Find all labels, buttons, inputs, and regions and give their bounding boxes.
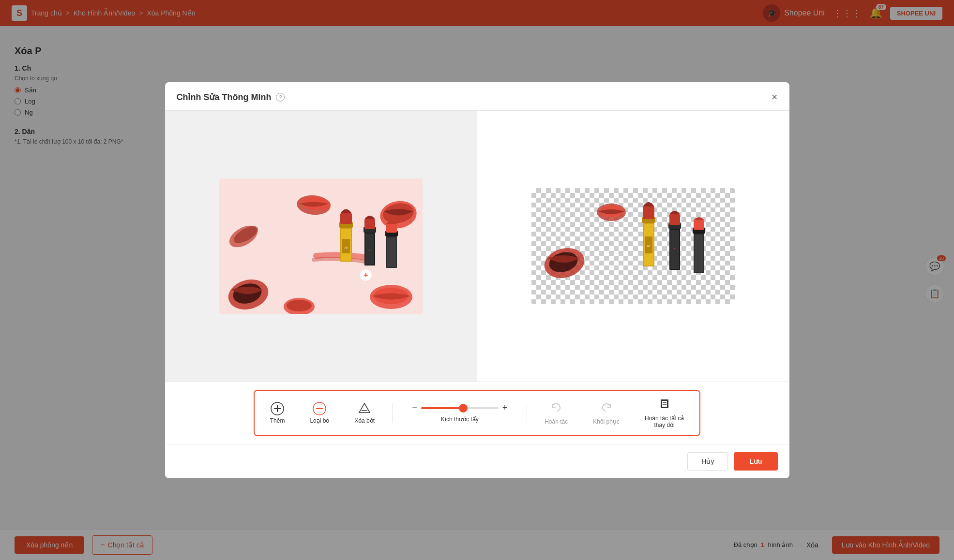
slider-row: − + <box>412 403 507 413</box>
undo-icon <box>550 401 562 416</box>
svg-rect-26 <box>387 237 396 267</box>
svg-rect-43 <box>669 214 680 225</box>
remove-tool[interactable]: Loại bỏ <box>302 399 337 427</box>
add-tool[interactable]: Thêm <box>262 399 293 427</box>
erase-tool[interactable]: Xóa bớt <box>347 399 382 427</box>
svg-text:AD: AD <box>647 245 651 248</box>
slider-label: Kích thước tẩy <box>441 416 479 423</box>
original-image-svg: AD ✦ <box>219 178 423 314</box>
result-image-panel: AD ✦ <box>477 111 789 382</box>
reset-tool[interactable]: Hoàn tác tất cảthay đổi <box>637 395 692 431</box>
result-image: AD ✦ <box>531 188 735 304</box>
svg-text:+: + <box>363 271 368 279</box>
svg-point-12 <box>287 300 312 311</box>
redo-tool[interactable]: Khôi phục <box>585 398 627 428</box>
redo-label: Khôi phục <box>593 418 620 425</box>
slider-minus-icon[interactable]: − <box>412 403 417 413</box>
modal-header: Chỉnh Sửa Thông Minh ? × <box>165 82 789 111</box>
redo-icon <box>600 401 613 416</box>
toolbar-divider-2 <box>527 403 527 423</box>
modal-body: AD ✦ <box>165 111 789 382</box>
result-image-svg: AD ✦ <box>531 188 735 304</box>
remove-label: Loại bỏ <box>310 417 329 424</box>
remove-icon <box>313 402 326 415</box>
modal-dialog: Chỉnh Sửa Thông Minh ? × <box>165 82 789 478</box>
help-icon[interactable]: ? <box>276 93 285 102</box>
add-icon <box>271 402 284 415</box>
svg-rect-48 <box>694 220 704 230</box>
save-button[interactable]: Lưu <box>734 452 777 471</box>
reset-label: Hoàn tác tất cảthay đổi <box>645 415 684 428</box>
modal-close-button[interactable]: × <box>772 92 778 103</box>
size-slider[interactable] <box>421 407 499 409</box>
modal-footer: Hủy Lưu <box>165 444 789 478</box>
erase-label: Xóa bớt <box>354 417 375 424</box>
slider-section: − + Kích thước tẩy <box>402 403 517 423</box>
cancel-button[interactable]: Hủy <box>687 452 728 471</box>
svg-rect-59 <box>661 407 668 408</box>
reset-icon <box>658 398 671 413</box>
undo-label: Hoàn tác <box>545 418 568 425</box>
original-image-panel: AD ✦ <box>165 111 478 382</box>
modal-title: Chỉnh Sửa Thông Minh <box>177 92 272 103</box>
svg-rect-27 <box>386 224 397 233</box>
erase-icon <box>358 402 371 415</box>
toolbar-box: Thêm Loại bỏ <box>254 390 701 436</box>
modal-overlay: Chỉnh Sửa Thông Minh ? × <box>0 0 954 560</box>
undo-tool[interactable]: Hoàn tác <box>537 398 575 428</box>
original-image: AD ✦ <box>219 178 423 314</box>
svg-rect-16 <box>340 213 352 224</box>
svg-text:✦: ✦ <box>369 249 371 251</box>
svg-text:AD: AD <box>344 246 348 249</box>
add-label: Thêm <box>270 417 285 424</box>
svg-marker-54 <box>359 403 370 413</box>
slider-plus-icon[interactable]: + <box>502 403 508 413</box>
toolbar-divider-1 <box>392 403 393 423</box>
svg-text:✦: ✦ <box>674 247 676 250</box>
modal-toolbar: Thêm Loại bỏ <box>165 382 789 444</box>
svg-rect-22 <box>364 219 375 229</box>
svg-rect-37 <box>643 206 654 219</box>
svg-rect-47 <box>695 235 703 272</box>
